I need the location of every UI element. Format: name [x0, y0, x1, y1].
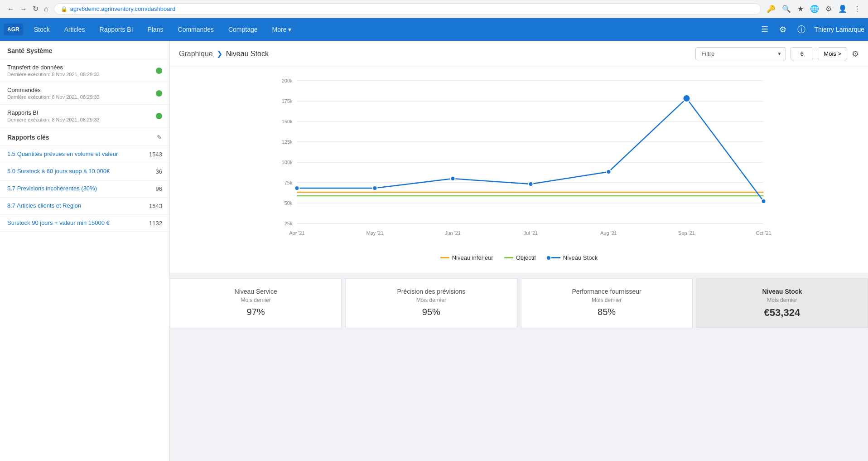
rapport-item-2[interactable]: 5.7 Previsions incohérentes (30%) 96 — [0, 180, 169, 198]
rapport-item-1[interactable]: 5.0 Surstock à 60 jours supp à 10.000€ 3… — [0, 163, 169, 180]
legend-niveau-inferieur-label: Niveau inférieur — [452, 254, 493, 261]
forward-button[interactable]: → — [18, 3, 29, 15]
svg-text:Apr '21: Apr '21 — [289, 230, 305, 236]
kpi-value-2: 85% — [530, 307, 683, 317]
svg-point-29 — [607, 170, 611, 174]
browser-nav-buttons: ← → ↻ ⌂ — [5, 3, 50, 15]
browser-bar: ← → ↻ ⌂ 🔒 agrv6demo.agrinventory.com/das… — [0, 0, 868, 18]
kpi-card-0: Niveau Service Mois dernier 97% — [170, 278, 342, 328]
nav-rapports-bi[interactable]: Rapports BI — [92, 18, 140, 41]
rapport-count-2: 96 — [156, 185, 162, 192]
chart-settings-icon[interactable]: ⚙ — [852, 49, 859, 59]
content-area: Graphique ❯ Niveau Stock Filtre ▼ Mois > — [170, 41, 868, 461]
rapport-count-1: 36 — [156, 168, 162, 175]
objectif-line — [504, 257, 513, 258]
rapports-bi-title: Rapports BI — [7, 109, 156, 116]
bookmark-icon[interactable]: ★ — [796, 3, 805, 15]
niveau-stock-dot — [547, 256, 550, 260]
nav-plans[interactable]: Plans — [140, 18, 171, 41]
filter-wrapper: Filtre ▼ — [695, 47, 786, 60]
key-icon[interactable]: 🔑 — [765, 3, 777, 15]
url-text: agrv6demo.agrinventory.com/dashboard — [70, 5, 175, 12]
svg-text:150k: 150k — [282, 119, 293, 124]
nav-commandes[interactable]: Commandes — [171, 18, 221, 41]
nav-articles[interactable]: Articles — [57, 18, 92, 41]
rapport-link-3[interactable]: 8.7 Articles clients et Region — [7, 202, 144, 210]
browser-actions: 🔑 🔍 ★ 🌐 ⚙ 👤 ⋮ — [765, 3, 863, 15]
kpi-value-1: 95% — [355, 307, 507, 317]
hamburger-icon[interactable]: ☰ — [759, 23, 770, 36]
rapport-item-3[interactable]: 8.7 Articles clients et Region 1543 — [0, 198, 169, 215]
chart-legend: Niveau inférieur Objectif Niveau Stock — [179, 250, 859, 268]
chart-container: 200k 175k 150k 125k 100k 75k 50k 25k Apr… — [170, 67, 868, 273]
svg-text:May '21: May '21 — [366, 230, 383, 236]
svg-text:Sep '21: Sep '21 — [678, 230, 695, 236]
extension-icon[interactable]: ⚙ — [824, 3, 834, 15]
sidebar-item-commandes[interactable]: Commandes Dernière exécution: 8 Nov 2021… — [0, 82, 169, 105]
niveau-inferieur-line — [440, 257, 449, 258]
legend-niveau-stock: Niveau Stock — [547, 254, 598, 261]
address-bar[interactable]: 🔒 agrv6demo.agrinventory.com/dashboard — [54, 3, 761, 15]
rapports-cles-title: Rapports clés — [7, 134, 49, 141]
translate-icon[interactable]: 🌐 — [808, 3, 821, 15]
svg-point-27 — [451, 176, 455, 181]
kpi-title-0: Niveau Service — [179, 288, 332, 295]
rapport-link-0[interactable]: 1.5 Quantités prévues en volume et valeu… — [7, 150, 144, 158]
svg-text:Oct '21: Oct '21 — [756, 230, 772, 236]
nav-comptage[interactable]: Comptage — [221, 18, 265, 41]
rapport-item-0[interactable]: 1.5 Quantités prévues en volume et valeu… — [0, 146, 169, 163]
svg-point-28 — [529, 182, 533, 186]
rapport-link-4[interactable]: Surstock 90 jours + valeur min 15000 € — [7, 219, 144, 227]
rapports-bi-sub: Dernière exécution: 8 Nov 2021, 08:29:33 — [7, 117, 156, 122]
lock-icon: 🔒 — [61, 6, 68, 12]
kpi-subtitle-3: Mois dernier — [706, 297, 858, 303]
breadcrumb-arrow-icon: ❯ — [217, 49, 222, 58]
rapport-link-1[interactable]: 5.0 Surstock à 60 jours supp à 10.000€ — [7, 168, 150, 175]
more-chevron-icon — [288, 26, 291, 33]
sante-section-title: Santé Système — [0, 41, 169, 59]
menu-icon[interactable]: ⋮ — [852, 3, 863, 15]
filter-select[interactable]: Filtre — [695, 47, 786, 60]
kpi-title-1: Précision des prévisions — [355, 288, 507, 295]
svg-text:Aug '21: Aug '21 — [600, 230, 617, 236]
profile-icon[interactable]: 👤 — [836, 3, 849, 15]
kpi-card-2: Performance fournisseur Mois dernier 85% — [521, 278, 693, 328]
kpi-subtitle-2: Mois dernier — [530, 297, 683, 303]
edit-icon[interactable]: ✎ — [157, 134, 162, 141]
legend-niveau-inferieur: Niveau inférieur — [440, 254, 493, 261]
sidebar-item-rapports-bi[interactable]: Rapports BI Dernière exécution: 8 Nov 20… — [0, 105, 169, 127]
rapports-bi-status-dot — [156, 113, 162, 119]
rapport-link-2[interactable]: 5.7 Previsions incohérentes (30%) — [7, 185, 150, 193]
svg-point-30 — [683, 95, 690, 102]
home-button[interactable]: ⌂ — [42, 3, 50, 15]
svg-text:50k: 50k — [285, 200, 293, 206]
zoom-icon[interactable]: 🔍 — [780, 3, 793, 15]
legend-objectif: Objectif — [504, 254, 536, 261]
rapport-count-4: 1132 — [149, 220, 162, 227]
nav-more[interactable]: More — [265, 18, 299, 41]
breadcrumb-root: Graphique — [179, 50, 213, 58]
sidebar: Santé Système Transfert de données Derni… — [0, 41, 170, 461]
period-button[interactable]: Mois > — [818, 47, 847, 60]
app-logo: AGR — [4, 24, 23, 35]
info-icon[interactable]: ⓘ — [796, 22, 807, 37]
rapport-count-0: 1543 — [149, 151, 162, 158]
back-button[interactable]: ← — [5, 3, 16, 15]
sidebar-item-transfert[interactable]: Transfert de données Dernière exécution:… — [0, 59, 169, 82]
chart-header: Graphique ❯ Niveau Stock Filtre ▼ Mois > — [170, 41, 868, 67]
settings-nav-icon[interactable]: ⚙ — [777, 23, 788, 36]
kpi-card-3: Niveau Stock Mois dernier €53,324 — [696, 278, 868, 328]
kpi-subtitle-0: Mois dernier — [179, 297, 332, 303]
nav-stock[interactable]: Stock — [27, 18, 57, 41]
svg-text:100k: 100k — [282, 160, 293, 165]
user-name[interactable]: Thierry Lamarque — [815, 26, 865, 33]
transfert-status-dot — [156, 68, 162, 74]
rapport-item-4[interactable]: Surstock 90 jours + valeur min 15000 € 1… — [0, 215, 169, 232]
svg-point-31 — [762, 199, 766, 204]
period-input[interactable] — [791, 47, 813, 60]
svg-text:25k: 25k — [285, 221, 293, 226]
refresh-button[interactable]: ↻ — [31, 3, 40, 15]
kpi-value-0: 97% — [179, 307, 332, 317]
kpi-title-3: Niveau Stock — [706, 288, 858, 295]
legend-niveau-stock-label: Niveau Stock — [563, 254, 598, 261]
